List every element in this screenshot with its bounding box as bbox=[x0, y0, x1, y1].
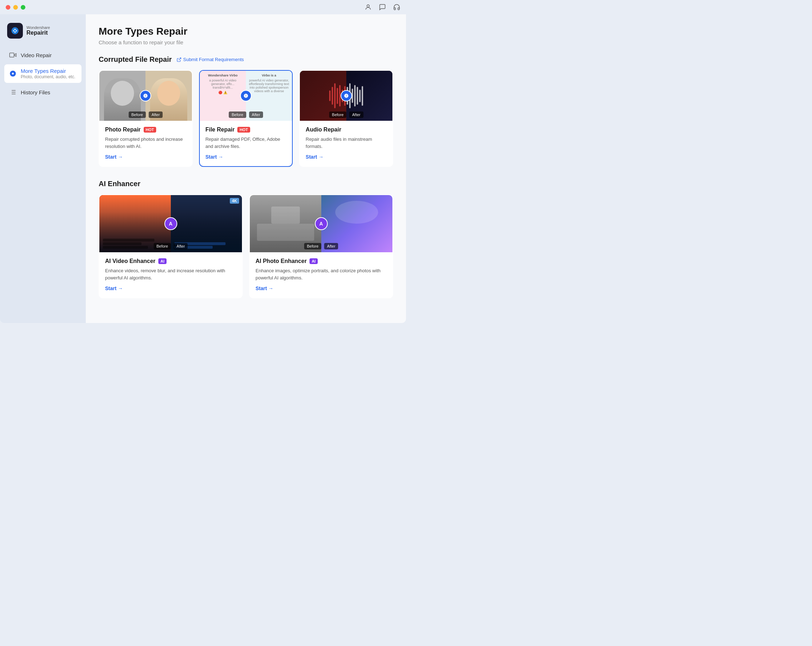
file-repair-title-row: File Repair HOT bbox=[206, 126, 287, 133]
corrupted-section-title: Corrupted File Repair bbox=[99, 55, 171, 64]
sidebar-item-history-files[interactable]: History Files bbox=[4, 84, 81, 100]
file-repair-start[interactable]: Start → bbox=[206, 154, 287, 160]
ai-video-title-row: AI Video Enhancer AI bbox=[105, 258, 236, 264]
ai-video-center-icon: A bbox=[165, 217, 177, 230]
file-after-label: After bbox=[249, 111, 263, 118]
ai-photo-image: A Before After bbox=[250, 195, 392, 252]
file-repair-body: File Repair HOT Repair damaged PDF, Offi… bbox=[200, 121, 292, 166]
ai-video-before-label: Before bbox=[154, 243, 171, 249]
more-types-sub: Photo, document, audio, etc. bbox=[21, 74, 75, 79]
maximize-button[interactable] bbox=[21, 5, 25, 10]
audio-after-label: After bbox=[349, 111, 363, 118]
minimize-button[interactable] bbox=[13, 5, 18, 10]
photo-before-after: Before After bbox=[99, 111, 192, 118]
more-types-label-block: More Types Repair Photo, document, audio… bbox=[21, 68, 75, 79]
ai-video-badge: AI bbox=[158, 258, 166, 264]
audio-repair-body: Audio Repair Repair audio files in mains… bbox=[300, 121, 392, 166]
file-repair-card[interactable]: Wondershare Virbo a powerful AI video ge… bbox=[199, 70, 293, 167]
page-title: More Types Repair bbox=[99, 26, 393, 37]
photo-repair-center-icon bbox=[140, 90, 151, 102]
photo-repair-body: Photo Repair HOT Repair corrupted photos… bbox=[99, 121, 192, 166]
ai-video-image: 4K A Before After bbox=[99, 195, 242, 252]
more-types-label: More Types Repair bbox=[21, 68, 75, 74]
ai-photo-desc: Enhance images, optimize portraits, and … bbox=[255, 267, 387, 281]
headphone-icon[interactable] bbox=[393, 3, 400, 11]
file-before-label: Before bbox=[229, 111, 246, 118]
corrupted-cards-row: Before After Photo Repair HOT Repair cor… bbox=[99, 70, 393, 167]
logo-product: Repairit bbox=[26, 30, 50, 36]
file-repair-image: Wondershare Virbo a powerful AI video ge… bbox=[200, 71, 292, 121]
ai-video-start[interactable]: Start → bbox=[105, 285, 236, 291]
ai-video-enhancer-card[interactable]: 4K A Before After AI Video Enhancer AI E… bbox=[99, 194, 243, 299]
history-files-label-block: History Files bbox=[21, 89, 50, 95]
audio-repair-start[interactable]: Start → bbox=[305, 154, 387, 160]
photo-before-label: Before bbox=[129, 111, 146, 118]
submit-format-link[interactable]: Submit Format Requirements bbox=[177, 57, 244, 62]
ai-video-before-after: Before After bbox=[99, 243, 242, 249]
4k-badge: 4K bbox=[230, 198, 239, 204]
ai-photo-title: AI Photo Enhancer bbox=[255, 258, 307, 264]
video-repair-label-block: Video Repair bbox=[21, 52, 52, 58]
more-types-icon bbox=[9, 69, 17, 78]
ai-photo-title-row: AI Photo Enhancer AI bbox=[255, 258, 387, 264]
audio-repair-desc: Repair audio files in mainstream formats… bbox=[305, 136, 387, 150]
file-repair-hot-badge: HOT bbox=[237, 127, 250, 133]
account-icon[interactable] bbox=[365, 3, 372, 11]
ai-photo-before-label: Before bbox=[304, 243, 321, 249]
svg-point-0 bbox=[367, 5, 369, 7]
ai-video-title: AI Video Enhancer bbox=[105, 258, 156, 264]
audio-before-after: Before After bbox=[300, 111, 392, 118]
main-content: More Types Repair Choose a function to r… bbox=[86, 14, 406, 323]
ai-section-header: AI Enhancer bbox=[99, 180, 393, 188]
ai-video-body: AI Video Enhancer AI Enhance videos, rem… bbox=[99, 252, 242, 298]
svg-marker-3 bbox=[14, 53, 16, 56]
video-repair-label: Video Repair bbox=[21, 52, 52, 58]
file-repair-title: File Repair bbox=[206, 126, 235, 133]
ai-enhancer-cards: 4K A Before After AI Video Enhancer AI E… bbox=[99, 194, 393, 299]
audio-repair-image: Before After bbox=[300, 71, 392, 121]
photo-repair-image: Before After bbox=[99, 71, 192, 121]
video-repair-icon bbox=[9, 51, 17, 59]
ai-video-after-label: After bbox=[174, 243, 188, 249]
audio-repair-center-icon bbox=[340, 90, 352, 102]
ai-photo-after-label: After bbox=[324, 243, 338, 249]
close-button[interactable] bbox=[6, 5, 11, 10]
sidebar-item-more-types-repair[interactable]: More Types Repair Photo, document, audio… bbox=[4, 64, 81, 83]
file-repair-desc: Repair damaged PDF, Office, Adobe and ar… bbox=[206, 136, 287, 150]
titlebar bbox=[0, 0, 406, 14]
ai-photo-body: AI Photo Enhancer AI Enhance images, opt… bbox=[250, 252, 392, 298]
ai-video-desc: Enhance videos, remove blur, and increas… bbox=[105, 267, 236, 281]
corrupted-section-header: Corrupted File Repair Submit Format Requ… bbox=[99, 55, 393, 64]
audio-repair-title: Audio Repair bbox=[305, 126, 341, 133]
app-container: Wondershare Repairit Video Repair bbox=[0, 14, 406, 323]
ai-section-title: AI Enhancer bbox=[99, 180, 140, 188]
svg-line-12 bbox=[179, 58, 181, 60]
audio-repair-card[interactable]: Before After Audio Repair Repair audio f… bbox=[299, 70, 393, 167]
sidebar-item-video-repair[interactable]: Video Repair bbox=[4, 47, 81, 63]
ai-photo-start[interactable]: Start → bbox=[255, 285, 387, 291]
photo-repair-title: Photo Repair bbox=[105, 126, 141, 133]
audio-before-label: Before bbox=[329, 111, 346, 118]
svg-rect-4 bbox=[10, 53, 14, 57]
page-subtitle: Choose a function to repair your file bbox=[99, 39, 393, 46]
history-files-icon bbox=[9, 88, 17, 96]
photo-repair-start[interactable]: Start → bbox=[105, 154, 186, 160]
submit-format-label: Submit Format Requirements bbox=[183, 57, 244, 62]
logo-area: Wondershare Repairit bbox=[4, 20, 81, 46]
ai-photo-enhancer-card[interactable]: A Before After AI Photo Enhancer AI Enha… bbox=[249, 194, 393, 299]
photo-repair-title-row: Photo Repair HOT bbox=[105, 126, 186, 133]
titlebar-icons bbox=[365, 3, 400, 11]
photo-after-label: After bbox=[149, 111, 163, 118]
ai-photo-before-after: Before After bbox=[250, 243, 392, 249]
file-before-after: Before After bbox=[200, 111, 292, 118]
photo-repair-desc: Repair corrupted photos and increase res… bbox=[105, 136, 186, 150]
chat-icon[interactable] bbox=[379, 3, 386, 11]
file-repair-center-icon bbox=[240, 90, 252, 102]
photo-repair-hot-badge: HOT bbox=[143, 127, 156, 133]
app-logo bbox=[7, 23, 23, 39]
svg-point-2 bbox=[14, 30, 16, 32]
logo-brand: Wondershare bbox=[26, 25, 50, 30]
ai-photo-center-icon: A bbox=[315, 217, 328, 230]
history-files-label: History Files bbox=[21, 89, 50, 95]
photo-repair-card[interactable]: Before After Photo Repair HOT Repair cor… bbox=[99, 70, 192, 167]
